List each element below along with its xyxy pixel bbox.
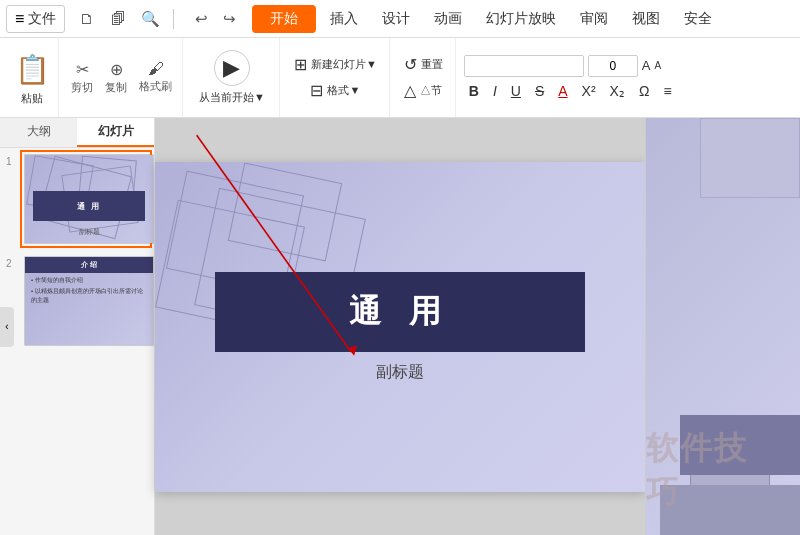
- thumb1-title: 通 用: [77, 201, 101, 212]
- thumb1-subtitle: 副标题: [25, 227, 153, 237]
- menu-design[interactable]: 设计: [378, 8, 414, 30]
- cut-button[interactable]: ✂ 剪切: [67, 58, 97, 97]
- font-group: A A B I U S A X² X₂ Ω ≡: [458, 38, 683, 117]
- node-button[interactable]: △ △节: [398, 79, 448, 102]
- paste-group: 📋 粘贴: [6, 38, 59, 117]
- separator: [173, 9, 174, 29]
- copy-label: 复制: [105, 80, 127, 95]
- slide-panel: 大纲 幻灯片 1 通 用: [0, 118, 155, 535]
- paste-button[interactable]: 📋: [12, 49, 52, 89]
- canvas-area[interactable]: 通 用 副标题: [155, 118, 645, 535]
- toolbar-icons: 🗋 🗐 🔍 ↩ ↪: [73, 6, 242, 32]
- slide-thumb-inner-2: 介 绍 • 作简短的自我介绍 • 以精炼且颇具创意的开场白引出所需讨论的主题: [24, 256, 154, 346]
- from-current-group: ▶ 从当前开始▼: [185, 38, 280, 117]
- menu-review[interactable]: 审阅: [576, 8, 612, 30]
- font-size-up[interactable]: A: [642, 58, 651, 73]
- search-button[interactable]: 🔍: [137, 6, 163, 32]
- copy-icon: ⊕: [110, 60, 123, 79]
- superscript-button[interactable]: X²: [577, 81, 601, 101]
- new-slide-label: 新建幻灯片▼: [311, 57, 377, 72]
- slide-num-1: 1: [6, 156, 12, 167]
- new-slide-icon: ⊞: [294, 55, 307, 74]
- rp-rect1: [700, 118, 800, 198]
- italic-button[interactable]: I: [488, 81, 502, 101]
- font-row: A A: [464, 55, 661, 77]
- node-icon: △: [404, 81, 416, 100]
- canvas-title-bg[interactable]: 通 用: [215, 272, 585, 352]
- align-button[interactable]: ≡: [658, 81, 676, 101]
- slide-list: 1 通 用 副标题: [0, 148, 154, 535]
- cut-icon: ✂: [76, 60, 89, 79]
- main-area: ‹ 大纲 幻灯片 1: [0, 118, 800, 535]
- format-copy-label: 格式刷: [139, 79, 172, 94]
- reset-label: 重置: [421, 57, 443, 72]
- save-button[interactable]: 🗋: [73, 6, 99, 32]
- thumb1-title-box: 通 用: [33, 191, 145, 221]
- thumb2-title-bar: 介 绍: [25, 257, 153, 273]
- format-button[interactable]: ⊟ 格式▼: [304, 79, 366, 102]
- thumb1-bg: 通 用 副标题: [25, 155, 153, 243]
- file-menu-button[interactable]: ≡ 文件: [6, 5, 65, 33]
- clipboard-sub-btns: ✂ 剪切 ⊕ 复制 🖌 格式刷: [67, 58, 176, 97]
- clear-format-button[interactable]: Ω: [634, 81, 654, 101]
- from-current-button[interactable]: ▶ 从当前开始▼: [191, 46, 273, 109]
- font-format-area: A A B I U S A X² X₂ Ω ≡: [464, 55, 677, 101]
- slide-thumb-1[interactable]: 1 通 用 副标题: [22, 152, 150, 246]
- save-copy-button[interactable]: 🗐: [105, 6, 131, 32]
- file-menu-label: 文件: [28, 10, 56, 28]
- reset-icon: ↺: [404, 55, 417, 74]
- bold-button[interactable]: B: [464, 81, 484, 101]
- reset-group: ↺ 重置 △ △节: [392, 38, 456, 117]
- paste-area: 📋 粘贴: [12, 49, 52, 106]
- hamburger-icon: ≡: [15, 10, 24, 28]
- format-icon: ⊟: [310, 81, 323, 100]
- menu-bar: 插入 设计 动画 幻灯片放映 审阅 视图 安全: [326, 8, 716, 30]
- menu-security[interactable]: 安全: [680, 8, 716, 30]
- thumb2-bg: 介 绍 • 作简短的自我介绍 • 以精炼且颇具创意的开场白引出所需讨论的主题: [25, 257, 153, 345]
- sidebar-collapse-button[interactable]: ‹: [0, 307, 14, 347]
- from-current-label: 从当前开始▼: [199, 90, 265, 105]
- format-buttons-row: B I U S A X² X₂ Ω ≡: [464, 81, 677, 101]
- underline-button[interactable]: U: [506, 81, 526, 101]
- watermark: 软件技巧: [646, 427, 780, 515]
- canvas-subtitle[interactable]: 副标题: [155, 362, 645, 383]
- font-input[interactable]: [464, 55, 584, 77]
- format-copy-icon: 🖌: [148, 60, 164, 78]
- menu-view[interactable]: 视图: [628, 8, 664, 30]
- reset-btns: ↺ 重置 △ △节: [398, 53, 449, 102]
- start-button[interactable]: 开始: [252, 5, 316, 33]
- paste-label: 粘贴: [21, 91, 43, 106]
- new-slide-group: ⊞ 新建幻灯片▼ ⊟ 格式▼: [282, 38, 390, 117]
- font-size-down[interactable]: A: [654, 60, 661, 71]
- clipboard-group: ✂ 剪切 ⊕ 复制 🖌 格式刷: [61, 38, 183, 117]
- slide-canvas[interactable]: 通 用 副标题: [155, 162, 645, 492]
- tab-slides[interactable]: 幻灯片: [77, 118, 154, 147]
- undo-button[interactable]: ↩: [188, 6, 214, 32]
- slide-thumb-inner-1: 通 用 副标题: [24, 154, 154, 244]
- ribbon-toolbar: 📋 粘贴 ✂ 剪切 ⊕ 复制 🖌 格式刷 ▶ 从当前开始▼: [0, 38, 800, 118]
- tab-outline[interactable]: 大纲: [0, 118, 77, 147]
- subscript-button[interactable]: X₂: [605, 81, 630, 101]
- thumb2-bullet-2: • 以精炼且颇具创意的开场白引出所需讨论的主题: [31, 287, 147, 305]
- copy-button[interactable]: ⊕ 复制: [101, 58, 131, 97]
- redo-button[interactable]: ↪: [216, 6, 242, 32]
- new-slide-button[interactable]: ⊞ 新建幻灯片▼: [288, 53, 383, 76]
- canvas-title-text: 通 用: [349, 290, 452, 334]
- new-slide-btns: ⊞ 新建幻灯片▼ ⊟ 格式▼: [288, 53, 383, 102]
- reset-button[interactable]: ↺ 重置: [398, 53, 449, 76]
- slide-thumb-2[interactable]: 2 介 绍 • 作简短的自我介绍 • 以精炼且颇具创意的开场白引出所需讨论的主题: [22, 254, 150, 348]
- cut-label: 剪切: [71, 80, 93, 95]
- thumb2-bullet-1: • 作简短的自我介绍: [31, 276, 147, 285]
- slide-num-2: 2: [6, 258, 12, 269]
- menu-animation[interactable]: 动画: [430, 8, 466, 30]
- menu-slideshow[interactable]: 幻灯片放映: [482, 8, 560, 30]
- format-copy-button[interactable]: 🖌 格式刷: [135, 58, 176, 97]
- thumb2-body: • 作简短的自我介绍 • 以精炼且颇具创意的开场白引出所需讨论的主题: [25, 273, 153, 310]
- sidebar-tabs: 大纲 幻灯片: [0, 118, 154, 148]
- menu-insert[interactable]: 插入: [326, 8, 362, 30]
- font-size-input[interactable]: [588, 55, 638, 77]
- format-label: 格式▼: [327, 83, 360, 98]
- font-color-button[interactable]: A: [553, 81, 572, 101]
- from-current-icon: ▶: [214, 50, 250, 86]
- strikethrough-button[interactable]: S: [530, 81, 549, 101]
